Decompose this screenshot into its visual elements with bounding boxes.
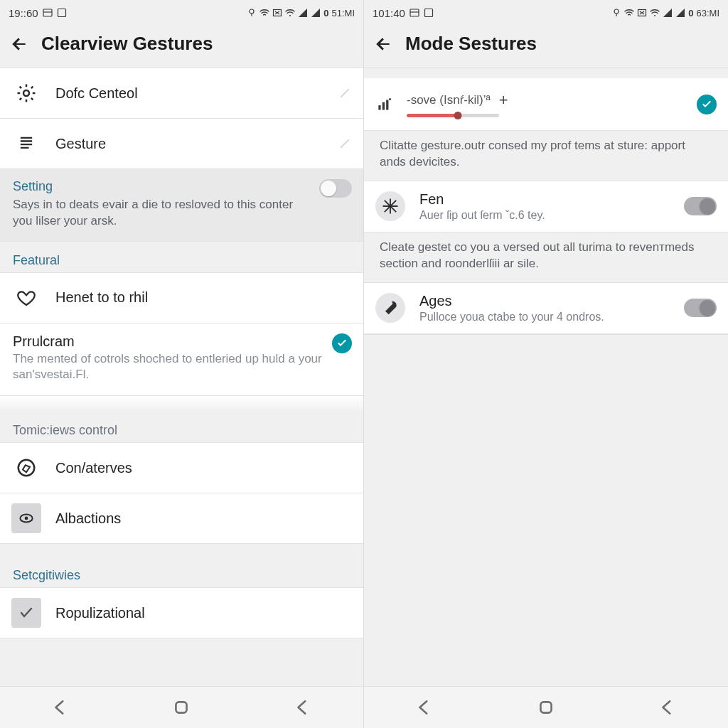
row-henet[interactable]: Henet to to rhil [0,273,363,323]
ages-toggle[interactable] [684,299,717,317]
app-bar: Mode Sestures [364,23,728,68]
svg-rect-19 [540,702,551,712]
section-header-featural: Featural [0,242,363,272]
box-x-icon [272,8,282,18]
wifi-icon [259,8,269,18]
note-2: Cleate gestet co you a versed out all tu… [364,232,728,282]
wifi-icon [624,8,634,18]
setting-block: Setting Says in to deats evair a die to … [0,169,363,242]
row-label: Gesture [55,136,323,152]
status-right-text: 51:MI [331,8,355,18]
card2-icon [424,8,434,18]
phone-left: 19::60 [0,0,364,728]
snowflake-icon [375,191,405,221]
content: -sove (Isnŕ-kil)’ª + Clitatte gesture.ou… [364,68,728,686]
row-sub: Auer ſip out ſerm ˇc.6 tey. [419,209,670,222]
svg-point-14 [654,15,655,16]
app-bar: Clearview Gestures [0,23,363,68]
svg-rect-0 [43,9,52,16]
section-sub: Says in to deats evair a die to resloved… [13,197,309,230]
status-time: 19::60 [9,7,38,19]
edit-icon[interactable] [338,86,352,100]
row-label: Ropulizational [55,605,352,621]
setting-toggle[interactable] [319,179,352,198]
signal1-icon [298,8,308,18]
svg-point-12 [614,9,619,14]
svg-rect-10 [410,9,419,16]
location-icon [247,8,257,18]
battery-glyph: 0 [688,8,693,18]
svg-point-5 [23,90,29,96]
location-icon [611,8,621,18]
wrench-icon [375,293,405,323]
row-label: -sove (Isnŕ-kil)’ª [407,93,491,107]
svg-rect-11 [424,9,432,17]
signal1-icon [663,8,673,18]
row-gesture[interactable]: Gesture [0,119,363,169]
nav-back-icon[interactable] [412,695,437,719]
signal2-icon [311,8,321,18]
eye-icon [11,503,41,533]
card1-icon [43,8,53,18]
row-label: Fen [419,191,670,208]
lines-icon [11,129,41,159]
section-header: Setting [13,179,309,194]
block-title: Prrulcram [13,333,322,350]
barchart-icon [375,95,394,114]
prulcram-block[interactable]: Prrulcram The mented of cotrols shoched … [0,323,363,396]
section-header-tomic: Tomic:iews control [0,412,363,442]
row-dof-centeol[interactable]: Dofc Centeol [0,68,363,119]
gear-icon [11,78,41,108]
status-bar: 19::60 [0,0,363,23]
row-fen[interactable]: Fen Auer ſip out ſerm ˇc.6 tey. [364,181,728,232]
plus-icon[interactable]: + [499,91,508,109]
row-sove[interactable]: -sove (Isnŕ-kil)’ª + [364,78,728,131]
compass-icon [11,453,41,483]
check-badge-icon [697,95,717,114]
page-title: Clearview Gestures [41,33,213,55]
check-badge-icon [332,333,352,353]
status-time: 101:40 [373,7,405,19]
svg-point-6 [18,460,35,476]
card1-icon [410,8,419,18]
content: Dofc Centeol Gesture Setting Says in to … [0,68,363,686]
nav-recent-icon[interactable] [291,695,315,719]
row-ages[interactable]: Ages Pulloce youa ctabe to your 4 ondros… [364,283,728,334]
status-bar: 101:40 [364,0,728,23]
svg-point-18 [389,97,391,100]
nav-back-icon[interactable] [48,695,73,719]
nav-home-icon[interactable] [534,695,558,719]
block-sub: The mented of cotrols shoched to entleri… [13,351,322,382]
svg-rect-17 [386,100,388,109]
wifi2-icon [650,8,660,18]
battery-glyph: 0 [323,8,328,18]
row-ropulizational[interactable]: Ropulizational [0,588,363,638]
fen-toggle[interactable] [684,197,717,215]
row-label: Con/aterves [55,460,352,476]
svg-point-2 [250,9,254,14]
row-label: Henet to to rhil [55,289,352,306]
row-albactions[interactable]: Albactions [0,493,363,544]
row-label: Albactions [55,510,352,527]
edit-icon[interactable] [338,136,352,151]
card2-icon [57,8,67,18]
nav-bar [364,686,728,728]
back-icon[interactable] [374,35,392,53]
nav-home-icon[interactable] [169,695,193,719]
svg-rect-9 [176,702,187,712]
phone-right: 101:40 [364,0,728,728]
sove-slider[interactable] [407,114,499,117]
section-header-setg: Setcgitiwies [0,557,363,587]
svg-rect-15 [378,105,380,110]
svg-point-4 [289,15,291,16]
note-1: Clitatte gesture.outr consed my prof tem… [364,131,728,181]
svg-rect-16 [382,102,385,109]
row-label: Dofc Centeol [55,85,323,102]
nav-bar [0,686,363,728]
signal2-icon [675,8,685,18]
back-icon[interactable] [10,35,28,53]
heart-icon [11,283,41,313]
page-title: Mode Sestures [405,33,537,55]
row-conaterves[interactable]: Con/aterves [0,443,363,493]
nav-recent-icon[interactable] [655,695,680,719]
